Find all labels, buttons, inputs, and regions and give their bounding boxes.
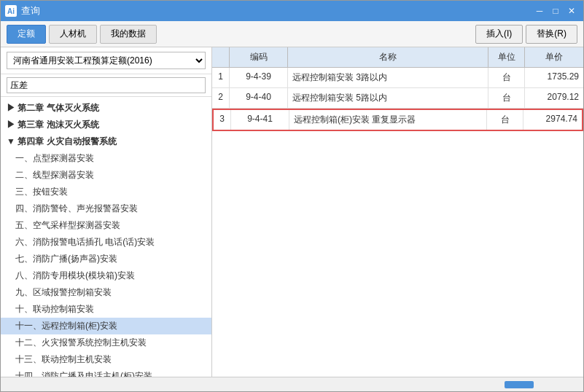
cell-num: 2 <box>212 88 230 108</box>
table-row[interactable]: 19-4-39远程控制箱安装 3路以内台1735.29 <box>212 68 583 88</box>
tree-item[interactable]: 九、区域报警控制箱安装 <box>1 284 211 301</box>
tab-mydata[interactable]: 我的数据 <box>100 25 157 44</box>
cell-code: 9-4-39 <box>230 68 288 87</box>
table-body[interactable]: 19-4-39远程控制箱安装 3路以内台1735.2929-4-40远程控制箱安… <box>212 68 583 377</box>
main-content: 河南省通用安装工程预算定额(2016) ▶ 第二章 气体灭火系统▶ 第三章 泡沫… <box>1 47 583 377</box>
window-title: 查询 <box>21 4 40 17</box>
title-controls: ─ □ ✕ <box>532 4 579 17</box>
tree-item[interactable]: 二、线型探测器安装 <box>1 167 211 184</box>
tree-item[interactable]: 六、消防报警电话插孔 电话(话)安装 <box>1 234 211 251</box>
col-name: 名称 <box>288 47 488 67</box>
quota-select[interactable]: 河南省通用安装工程预算定额(2016) <box>7 52 206 69</box>
cell-price: 2079.12 <box>525 88 583 108</box>
tab-rencaiji[interactable]: 人材机 <box>49 25 97 44</box>
cell-num: 3 <box>214 110 231 130</box>
dropdown-row: 河南省通用安装工程预算定额(2016) <box>1 47 211 74</box>
search-input[interactable] <box>7 77 206 93</box>
cell-price: 1735.29 <box>525 68 583 87</box>
insert-button[interactable]: 插入(I) <box>475 25 523 44</box>
tree-item[interactable]: 十、联动控制箱安装 <box>1 301 211 318</box>
tree-item[interactable]: 三、按钮安装 <box>1 184 211 200</box>
tree-container[interactable]: ▶ 第二章 气体灭火系统▶ 第三章 泡沫灭火系统▼ 第四章 火灾自动报警系统一、… <box>1 97 211 377</box>
cell-name: 远程控制箱(柜)安装 重复显示器 <box>289 110 487 130</box>
table-row[interactable]: 39-4-41远程控制箱(柜)安装 重复显示器台2974.74 <box>212 109 583 131</box>
tree-item[interactable]: ▶ 第三章 泡沫灭火系统 <box>1 117 211 133</box>
title-bar-left: Ai 查询 <box>5 4 40 17</box>
tree-item[interactable]: 四、消防警铃、声光报警器安装 <box>1 200 211 217</box>
minimize-button[interactable]: ─ <box>532 4 547 17</box>
table-header: 编码 名称 单位 单价 <box>212 47 583 68</box>
col-price: 单价 <box>525 47 583 67</box>
cell-num: 1 <box>212 68 230 87</box>
close-button[interactable]: ✕ <box>564 4 579 17</box>
col-code: 编码 <box>230 47 288 67</box>
col-num <box>212 47 230 67</box>
cell-price: 2974.74 <box>523 110 582 130</box>
bottom-bar <box>1 377 583 391</box>
main-window: Ai 查询 ─ □ ✕ 定额 人材机 我的数据 插入(I) 替换(R) 河南省通… <box>0 0 584 392</box>
tree-item[interactable]: 十四、消防广播及电话主机(柜)安装 <box>1 368 211 377</box>
maximize-button[interactable]: □ <box>548 4 563 17</box>
right-panel: 编码 名称 单位 单价 19-4-39远程控制箱安装 3路以内台1735.292… <box>212 47 583 377</box>
app-icon: Ai <box>5 5 17 17</box>
tree-item[interactable]: ▼ 第四章 火灾自动报警系统 <box>1 133 211 150</box>
toolbar: 定额 人材机 我的数据 插入(I) 替换(R) <box>1 21 583 47</box>
replace-button[interactable]: 替换(R) <box>526 25 577 44</box>
col-unit: 单位 <box>488 47 525 67</box>
cell-unit: 台 <box>488 88 525 108</box>
scroll-indicator <box>505 381 534 388</box>
table-row[interactable]: 29-4-40远程控制箱安装 5路以内台2079.12 <box>212 88 583 109</box>
title-bar: Ai 查询 ─ □ ✕ <box>1 1 583 21</box>
tree-item[interactable]: 十三、联动控制主机安装 <box>1 351 211 368</box>
tab-dinge[interactable]: 定额 <box>7 25 46 44</box>
cell-name: 远程控制箱安装 5路以内 <box>288 88 488 108</box>
tree-item[interactable]: 五、空气采样型探测器安装 <box>1 217 211 234</box>
cell-name: 远程控制箱安装 3路以内 <box>288 68 488 87</box>
search-row <box>1 74 211 97</box>
tree-item[interactable]: 十二、火灾报警系统控制主机安装 <box>1 334 211 351</box>
tree-item[interactable]: 十一、远程控制箱(柜)安装 <box>1 318 211 334</box>
cell-code: 9-4-40 <box>230 88 288 108</box>
tree-item[interactable]: 八、消防专用模块(模块箱)安装 <box>1 267 211 284</box>
cell-unit: 台 <box>488 68 525 87</box>
left-panel: 河南省通用安装工程预算定额(2016) ▶ 第二章 气体灭火系统▶ 第三章 泡沫… <box>1 47 212 377</box>
tree-item[interactable]: 七、消防广播(扬声器)安装 <box>1 251 211 267</box>
cell-unit: 台 <box>487 110 523 130</box>
tree-item[interactable]: ▶ 第二章 气体灭火系统 <box>1 100 211 117</box>
cell-code: 9-4-41 <box>231 110 289 130</box>
tree-item[interactable]: 一、点型探测器安装 <box>1 150 211 167</box>
